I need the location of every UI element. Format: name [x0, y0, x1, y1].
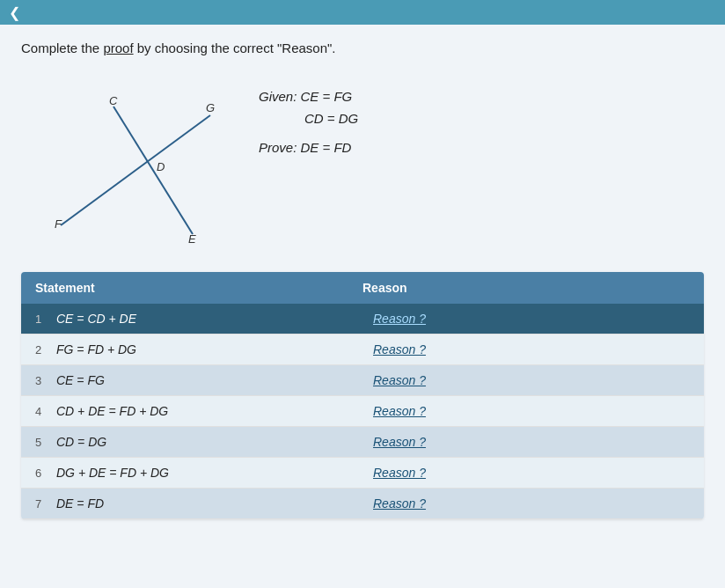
given-prove-section: Given: CE = FG CD = DG Prove: DE = FD [232, 71, 358, 162]
reason-dropdown-5[interactable]: Reason ? [373, 435, 690, 449]
svg-text:F: F [55, 217, 62, 231]
cell-statement: DG + DE = FD + DG [56, 466, 373, 480]
cell-statement: CE = CD + DE [56, 312, 373, 326]
reason-dropdown-1[interactable]: Reason ? [373, 312, 690, 326]
main-content: Complete the proof by choosing the corre… [0, 25, 725, 537]
given-line1: Given: CE = FG [259, 89, 358, 104]
diagram-container: C G D F E [21, 71, 232, 256]
table-row: 7 DE = FD Reason ? [21, 489, 704, 519]
cell-statement: FG = FD + DG [56, 342, 373, 356]
diagram-given-area: C G D F E Given: CE = FG CD = DG Prove: … [21, 71, 704, 256]
chevron-icon[interactable]: ❮ [9, 4, 20, 21]
cell-statement: CD = DG [56, 435, 373, 449]
row-num: 4 [35, 405, 51, 418]
svg-line-1 [114, 107, 193, 234]
reason-dropdown-6[interactable]: Reason ? [373, 466, 690, 480]
table-header: Statement Reason [21, 272, 704, 304]
table-row: 5 CD = DG Reason ? [21, 427, 704, 458]
table-row: 6 DG + DE = FD + DG Reason ? [21, 458, 704, 489]
svg-text:E: E [188, 232, 196, 246]
cell-statement: CE = FG [56, 373, 373, 387]
top-bar: ❮ [0, 0, 725, 25]
row-num: 5 [35, 436, 51, 449]
given-line2: CD = DG [259, 111, 358, 126]
svg-text:G: G [206, 101, 215, 114]
instruction-text: Complete the proof by choosing the corre… [21, 40, 704, 55]
row-num: 2 [35, 343, 51, 356]
reason-dropdown-3[interactable]: Reason ? [373, 373, 690, 387]
row-num: 1 [35, 312, 51, 326]
cell-statement: CD + DE = FD + DG [56, 404, 373, 418]
header-reason: Reason [362, 281, 690, 295]
prove-line: Prove: DE = FD [259, 140, 358, 155]
table-row: 4 CD + DE = FD + DG Reason ? [21, 396, 704, 427]
row-num: 7 [35, 497, 51, 511]
svg-text:C: C [109, 94, 118, 107]
table-row: 2 FG = FD + DG Reason ? [21, 334, 704, 365]
svg-text:D: D [157, 160, 165, 173]
table-row: 3 CE = FG Reason ? [21, 365, 704, 396]
geometry-diagram: C G D F E [21, 71, 232, 256]
reason-dropdown-2[interactable]: Reason ? [373, 342, 690, 356]
svg-line-0 [61, 115, 210, 225]
table-row: 1 CE = CD + DE Reason ? [21, 304, 704, 334]
cell-statement: DE = FD [56, 496, 373, 511]
proof-table: Statement Reason 1 CE = CD + DE Reason ?… [21, 272, 704, 519]
row-num: 3 [35, 374, 51, 387]
reason-dropdown-7[interactable]: Reason ? [373, 496, 690, 511]
header-statement: Statement [35, 281, 362, 295]
row-num: 6 [35, 467, 51, 480]
reason-dropdown-4[interactable]: Reason ? [373, 404, 690, 418]
